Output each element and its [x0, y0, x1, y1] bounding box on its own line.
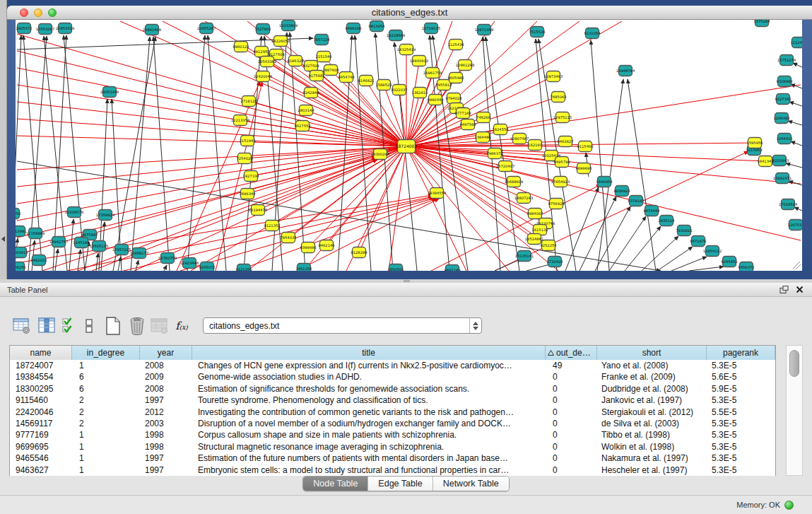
- network-node-teal[interactable]: 1167533: [787, 220, 802, 230]
- network-node-teal[interactable]: 8131054: [584, 28, 601, 39]
- network-node-teal[interactable]: 16033809: [279, 21, 298, 31]
- network-node-teal[interactable]: 20891406: [143, 25, 161, 35]
- network-node-yellow[interactable]: 18724007: [396, 140, 418, 153]
- network-node-yellow[interactable]: 9252254: [540, 240, 557, 251]
- column-header-short[interactable]: short: [597, 346, 707, 360]
- table-row[interactable]: 946362711997Embryonic stem cells: a mode…: [10, 465, 775, 476]
- tab-edge-table[interactable]: Edge Table: [368, 477, 433, 491]
- scrollbar-thumb[interactable]: [789, 350, 799, 377]
- window-titlebar[interactable]: citations_edges.txt: [7, 6, 812, 20]
- network-node-teal[interactable]: 19218586: [387, 30, 405, 41]
- table-row[interactable]: 1872400712008Changes of HCN gene express…: [10, 360, 775, 371]
- network-node-yellow[interactable]: 8128288: [351, 247, 367, 258]
- splitter-grip-icon[interactable]: [404, 280, 410, 282]
- close-icon[interactable]: [794, 285, 805, 295]
- network-node-yellow[interactable]: 16194475: [249, 205, 267, 216]
- network-node-yellow[interactable]: 8427552: [294, 121, 310, 132]
- network-table-selector[interactable]: citations_edges.txt: [203, 317, 482, 334]
- network-node-yellow[interactable]: 15720407: [496, 161, 514, 172]
- network-node-yellow[interactable]: 7954035: [280, 233, 296, 243]
- network-node-yellow[interactable]: 1927334: [242, 171, 259, 182]
- network-node-teal[interactable]: 12923446: [180, 258, 199, 269]
- network-node-yellow[interactable]: 18325419: [397, 45, 416, 55]
- network-node-yellow[interactable]: 2151546: [315, 52, 331, 62]
- delete-table-icon[interactable]: [127, 315, 147, 337]
- network-node-teal[interactable]: 9329966: [776, 76, 792, 87]
- table-row[interactable]: 1456911722003Disruption of a novel membe…: [10, 418, 775, 429]
- select-all-icon[interactable]: [59, 315, 79, 337]
- network-node-yellow[interactable]: 9399666: [300, 243, 316, 253]
- network-node-teal[interactable]: 9313981: [16, 226, 27, 237]
- network-node-yellow[interactable]: 18640910: [410, 56, 428, 66]
- network-node-yellow[interactable]: 8960122: [233, 42, 249, 52]
- network-node-yellow[interactable]: 18300295: [371, 149, 389, 160]
- network-node-yellow[interactable]: 6794028: [445, 93, 461, 104]
- network-node-yellow[interactable]: 1595956: [746, 138, 763, 148]
- table-row[interactable]: 2242004622012Investigating the contribut…: [10, 407, 775, 418]
- network-node-teal[interactable]: 1244415: [776, 134, 792, 144]
- network-node-yellow[interactable]: 1624554: [492, 124, 509, 135]
- table-row[interactable]: 911546021997Tourette syndrome. Phenomeno…: [10, 395, 775, 406]
- table-row[interactable]: 1830029562008Estimation of significance …: [10, 383, 775, 395]
- panel-splitter[interactable]: [0, 279, 812, 283]
- network-node-yellow[interactable]: 9605980: [447, 73, 464, 83]
- network-node-teal[interactable]: 9245652: [721, 257, 737, 267]
- network-node-yellow[interactable]: 8454749: [338, 72, 354, 83]
- network-node-yellow[interactable]: 10688609: [505, 177, 523, 187]
- network-node-teal[interactable]: 1650501: [387, 264, 404, 271]
- network-node-teal[interactable]: 9462149: [444, 265, 460, 271]
- network-node-teal[interactable]: 1527602: [254, 24, 271, 35]
- table-row[interactable]: 1938455462009Genome-wide association stu…: [10, 371, 775, 382]
- column-header-title[interactable]: title: [192, 346, 546, 360]
- network-node-yellow[interactable]: 9462146: [318, 240, 334, 251]
- tab-network-table[interactable]: Network Table: [433, 477, 509, 491]
- column-header-out_de[interactable]: out_de…: [546, 346, 597, 360]
- network-node-yellow[interactable]: 7986372: [486, 148, 502, 159]
- network-node-yellow[interactable]: 162160: [528, 140, 542, 151]
- network-node-yellow[interactable]: 16961758: [423, 68, 442, 78]
- column-header-pagerank[interactable]: pagerank: [707, 346, 775, 360]
- table-row[interactable]: 946554611997Estimation of the future num…: [10, 452, 775, 464]
- network-node-yellow[interactable]: 8912955: [253, 47, 269, 57]
- network-node-teal[interactable]: 2905572: [16, 23, 32, 34]
- network-node-yellow[interactable]: 17654923: [551, 177, 570, 187]
- network-node-teal[interactable]: 1112408: [790, 37, 802, 48]
- tab-node-table[interactable]: Node Table: [303, 477, 368, 491]
- network-node-teal[interactable]: 20853319: [56, 23, 74, 34]
- network-view[interactable]: 2905572105532672085331920891406106552871…: [16, 20, 802, 271]
- network-node-teal[interactable]: 2935114: [658, 216, 675, 226]
- network-node-yellow[interactable]: 746266: [476, 112, 490, 123]
- network-node-yellow[interactable]: 9327508: [302, 61, 319, 71]
- network-node-yellow[interactable]: 9984067: [526, 209, 543, 219]
- network-node-yellow[interactable]: 2718120: [240, 96, 257, 107]
- network-node-teal[interactable]: 10553267: [36, 24, 54, 35]
- network-node-yellow[interactable]: 9495798: [553, 157, 570, 168]
- network-node-yellow[interactable]: 9175685: [308, 71, 324, 81]
- network-node-teal[interactable]: 16782759: [158, 253, 177, 264]
- network-node-yellow[interactable]: 7485063: [550, 92, 566, 103]
- network-node-teal[interactable]: 9356372: [738, 262, 754, 271]
- column-header-in_degree[interactable]: in_degree: [72, 346, 140, 360]
- network-node-teal[interactable]: 15692371: [773, 173, 792, 184]
- network-node-teal[interactable]: 9227342: [775, 94, 791, 105]
- network-node-yellow[interactable]: 1641342: [757, 156, 773, 167]
- network-node-teal[interactable]: 20206576: [65, 207, 83, 218]
- network-node-yellow[interactable]: 7696344: [239, 189, 256, 199]
- network-node-teal[interactable]: 1640954: [596, 177, 613, 187]
- network-node-teal[interactable]: 10958177: [130, 248, 148, 259]
- create-table-icon[interactable]: [103, 315, 123, 337]
- network-node-teal[interactable]: 16671358: [475, 25, 493, 35]
- show-columns-icon[interactable]: [37, 315, 57, 337]
- network-node-teal[interactable]: 6466160: [345, 23, 361, 34]
- network-node-teal[interactable]: 9121250: [235, 264, 252, 271]
- network-node-yellow[interactable]: 18226058: [271, 36, 290, 47]
- network-node-teal[interactable]: 1575264: [753, 20, 770, 27]
- network-node-teal[interactable]: 11156889: [26, 228, 45, 239]
- network-node-teal[interactable]: 7932621: [676, 226, 692, 236]
- network-node-teal[interactable]: 15135141: [515, 251, 534, 262]
- network-node-yellow[interactable]: 22420046: [254, 71, 272, 82]
- network-node-yellow[interactable]: 1588520: [375, 80, 392, 90]
- network-node-teal[interactable]: 7515526: [529, 27, 545, 37]
- network-node-yellow[interactable]: 1125438: [447, 40, 464, 50]
- network-node-teal[interactable]: 6379197: [628, 196, 644, 206]
